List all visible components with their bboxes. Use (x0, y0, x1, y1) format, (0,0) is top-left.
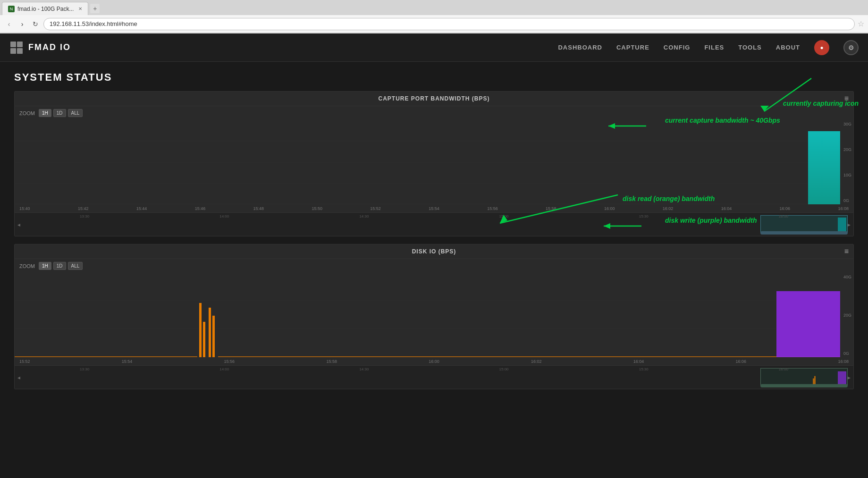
disk-x-axis: 15:52 15:54 15:56 15:58 16:00 16:02 16:0… (15, 358, 853, 365)
bandwidth-chart-menu-btn[interactable]: ≡ (844, 94, 849, 103)
x-1552: 15:52 (370, 206, 381, 211)
disk-minimap-right-arrow[interactable]: ► (847, 375, 851, 380)
url-bar[interactable] (43, 18, 855, 30)
svg-rect-1 (17, 42, 23, 47)
bandwidth-minimap-left-arrow[interactable]: ◄ (17, 222, 21, 227)
mini-x-1430: 14:30 (359, 214, 369, 218)
disk-minimap-x-labels: 13:30 14:00 14:30 15:00 15:30 16:00 (15, 367, 853, 371)
bandwidth-minimap[interactable]: ◄ 13:30 14:00 14:30 15:00 15:30 16:00 (15, 212, 853, 236)
bandwidth-zoom-label: ZOOM (19, 110, 35, 116)
disk-read-bar-4 (212, 316, 215, 357)
y-label-10g: 10G (843, 173, 851, 177)
disk-chart-panel: DISK IO (BPS) ≡ ZOOM 1H 1D ALL (14, 244, 854, 389)
capture-status-icon[interactable]: ● (814, 40, 829, 55)
x-1600: 16:00 (604, 206, 615, 211)
disk-chart-body: 40G 20G 0G (15, 273, 853, 358)
disk-minimap[interactable]: ◄ 13:30 14:00 14:30 15:00 15:30 16:00 (15, 365, 853, 389)
bandwidth-zoom-1h[interactable]: 1H (39, 109, 51, 117)
disk-minimap-scrollbar[interactable] (760, 384, 848, 387)
x-1606: 16:06 (780, 206, 791, 211)
bandwidth-minimap-bar (838, 218, 846, 233)
disk-x-1602: 16:02 (531, 359, 542, 364)
disk-minimap-left-arrow[interactable]: ◄ (17, 375, 21, 380)
forward-btn[interactable]: › (17, 19, 27, 29)
reload-btn[interactable]: ↻ (30, 19, 41, 29)
disk-minimap-purple (838, 371, 846, 386)
bandwidth-chart-panel: CAPTURE PORT BANDWIDTH (BPS) ≡ ZOOM 1H 1… (14, 91, 854, 236)
settings-icon-btn[interactable]: ⚙ (843, 40, 859, 55)
mini-x-1530: 15:30 (639, 214, 649, 218)
nav-dashboard[interactable]: DASHBOARD (558, 44, 602, 51)
disk-read-bar-1 (199, 303, 202, 357)
bandwidth-chart-controls: ZOOM 1H 1D ALL (15, 106, 853, 120)
mini-x-1600: 16:00 (779, 214, 788, 218)
x-1540: 15:40 (19, 206, 30, 211)
bookmark-star-icon[interactable]: ☆ (858, 19, 864, 28)
y-label-0g: 0G (843, 198, 851, 203)
x-1602: 16:02 (663, 206, 674, 211)
bandwidth-y-labels: 30G 20G 10G 0G (843, 120, 851, 205)
disk-chart-header: DISK IO (BPS) ≡ (15, 244, 853, 259)
app-logo: FMAD IO (9, 41, 71, 55)
bandwidth-chart-body: 30G 20G 10G 0G (15, 120, 853, 205)
x-1554: 15:54 (429, 206, 439, 211)
x-1558: 15:58 (546, 206, 556, 211)
x-1546: 15:46 (195, 206, 206, 211)
bandwidth-zoom-all[interactable]: ALL (68, 109, 83, 117)
bandwidth-minimap-x-labels: 13:30 14:00 14:30 15:00 15:30 16:00 (15, 214, 853, 218)
disk-grid (15, 273, 853, 358)
disk-mini-x-1500: 15:00 (499, 367, 509, 371)
main-content: SYSTEM STATUS CAPTURE PORT BANDWIDTH (BP… (0, 62, 868, 406)
disk-mini-x-1330: 13:30 (80, 367, 89, 371)
disk-zoom-1h[interactable]: 1H (39, 262, 51, 270)
disk-read-bar-2 (203, 322, 205, 357)
disk-mini-x-1430: 14:30 (359, 367, 369, 371)
logo-icon (9, 41, 24, 55)
nav-about[interactable]: ABOUT (776, 44, 800, 51)
disk-y-40g: 40G (843, 275, 851, 279)
section-title: SYSTEM STATUS (14, 71, 854, 84)
bandwidth-grid (15, 120, 853, 205)
disk-x-1552: 15:52 (19, 359, 30, 364)
disk-write-area (776, 291, 840, 357)
x-1544: 15:44 (136, 206, 147, 211)
disk-x-1604: 16:04 (633, 359, 644, 364)
disk-read-baseline-left (15, 356, 197, 357)
new-tab-btn[interactable]: + (90, 4, 100, 13)
back-btn[interactable]: ‹ (4, 19, 14, 29)
bandwidth-minimap-scrollbar[interactable] (760, 231, 848, 235)
disk-zoom-all[interactable]: ALL (68, 262, 83, 270)
x-1604: 16:04 (721, 206, 732, 211)
x-1542: 15:42 (78, 206, 89, 211)
bandwidth-minimap-right-arrow[interactable]: ► (847, 222, 851, 227)
page-wrapper: SYSTEM STATUS CAPTURE PORT BANDWIDTH (BP… (0, 62, 868, 406)
disk-y-20g: 20G (843, 313, 851, 318)
nav-tools[interactable]: TOOLS (738, 44, 762, 51)
disk-read-baseline-right (218, 356, 840, 357)
capture-icon-symbol: ● (820, 44, 823, 51)
disk-x-1600: 16:00 (429, 359, 439, 364)
tab-close-btn[interactable]: ✕ (78, 6, 82, 11)
disk-y-0g: 0G (843, 351, 851, 356)
bandwidth-zoom-1d[interactable]: 1D (53, 109, 66, 117)
svg-rect-2 (10, 48, 16, 54)
x-1556: 15:56 (487, 206, 498, 211)
browser-tab[interactable]: N fmad.io - 100G Pack... ✕ (2, 2, 88, 15)
disk-mini-x-1530: 15:30 (639, 367, 649, 371)
disk-zoom-label: ZOOM (19, 263, 35, 269)
nav-capture[interactable]: CAPTURE (616, 44, 649, 51)
disk-x-1608: 16:08 (838, 359, 849, 364)
svg-rect-3 (17, 48, 23, 54)
bandwidth-chart-header: CAPTURE PORT BANDWIDTH (BPS) ≡ (15, 92, 853, 106)
nav-files[interactable]: FILES (704, 44, 724, 51)
logo-text: FMAD IO (28, 42, 71, 52)
bandwidth-chart-title: CAPTURE PORT BANDWIDTH (BPS) (379, 95, 490, 102)
disk-zoom-1d[interactable]: 1D (53, 262, 66, 270)
mini-x-1400: 14:00 (219, 214, 229, 218)
tab-favicon: N (8, 6, 15, 12)
disk-chart-menu-btn[interactable]: ≡ (844, 247, 849, 256)
nav-config[interactable]: CONFIG (664, 44, 691, 51)
browser-chrome: N fmad.io - 100G Pack... ✕ + ‹ › ↻ ☆ (0, 0, 868, 34)
browser-toolbar: ‹ › ↻ ☆ (0, 15, 868, 33)
disk-chart-area: 40G 20G 0G (15, 273, 853, 358)
